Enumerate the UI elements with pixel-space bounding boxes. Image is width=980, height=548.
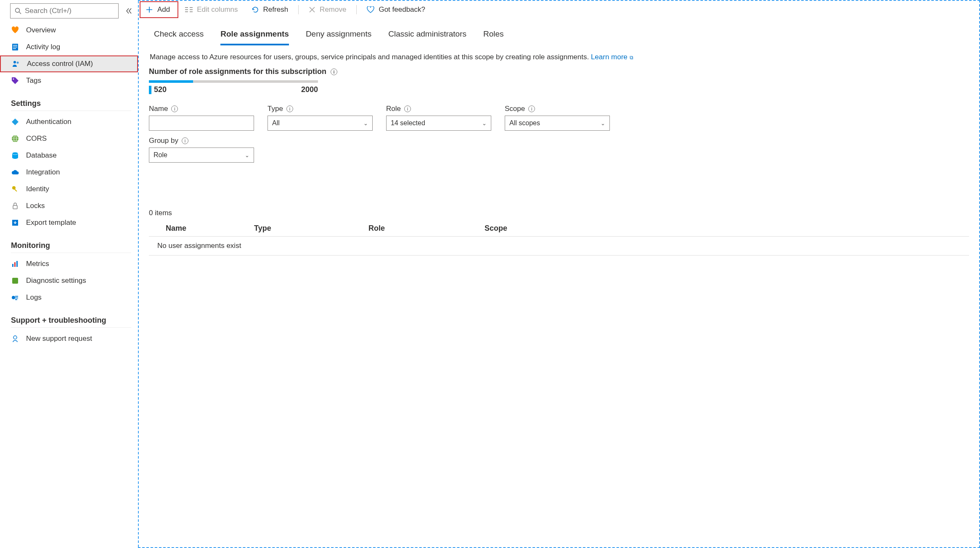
toolbar-separator [356,5,357,14]
filter-scope-label: Scope [505,105,525,113]
log-icon [11,43,19,51]
sidebar-item-locks[interactable]: Locks [0,198,138,214]
svg-rect-20 [12,278,18,284]
sidebar-item-label: CORS [26,134,47,143]
sidebar-item-metrics[interactable]: Metrics [0,256,138,272]
collapse-sidebar-button[interactable] [125,7,133,15]
info-icon[interactable]: i [171,105,178,112]
quota-progress-bar [149,80,318,83]
col-scope[interactable]: Scope [485,224,590,233]
filter-groupby-select[interactable]: Role⌄ [149,148,254,163]
sidebar-item-activity-log[interactable]: Activity log [0,39,138,55]
svg-point-6 [13,61,16,63]
chevron-down-icon: ⌄ [363,120,368,126]
sidebar-group-settings: Settings [0,99,138,108]
quota-title: Number of role assignments for this subs… [149,67,969,76]
sidebar-item-overview[interactable]: Overview [0,22,138,39]
key-icon [11,185,19,193]
svg-rect-17 [12,264,13,267]
tick-icon [149,86,151,94]
toolbar-separator [298,5,299,14]
table-header: Name Type Role Scope [149,221,969,237]
auth-icon [11,118,19,126]
lock-icon [11,202,19,210]
heart-icon [367,6,374,13]
feedback-button[interactable]: Got feedback? [360,2,432,18]
filter-type-select[interactable]: All⌄ [268,116,373,131]
external-link-icon: ⧉ [630,55,633,61]
remove-button[interactable]: Remove [302,2,353,18]
cloud-icon [11,168,19,177]
people-icon [12,60,20,68]
search-icon [15,8,21,14]
filter-name-input[interactable] [149,116,254,131]
info-icon[interactable]: i [286,105,293,112]
refresh-icon [252,6,259,13]
svg-rect-5 [13,48,16,49]
sidebar: OverviewActivity logAccess control (IAM)… [0,0,138,548]
quota-title-text: Number of role assignments for this subs… [149,67,326,76]
sidebar-item-diagnostic-settings[interactable]: Diagnostic settings [0,272,138,289]
svg-point-8 [13,79,14,80]
sidebar-item-label: Metrics [26,260,49,268]
quota-max-value: 2000 [301,85,318,94]
col-type[interactable]: Type [254,224,368,233]
svg-point-25 [13,336,17,339]
chevron-double-left-icon [125,7,133,15]
description: Manage access to Azure resources for use… [149,53,969,61]
info-icon[interactable]: i [528,105,535,112]
sidebar-item-access-control-iam-[interactable]: Access control (IAM) [0,55,138,72]
sidebar-group-support-troubleshooting: Support + troubleshooting [0,316,138,325]
col-name[interactable]: Name [149,224,254,233]
globe-icon [11,134,19,143]
sidebar-item-label: Integration [26,168,60,177]
main-content: Add Edit columns Refresh Remove Got feed… [138,0,980,548]
edit-columns-button[interactable]: Edit columns [178,2,244,18]
sidebar-item-new-support-request[interactable]: New support request [0,330,138,347]
description-text: Manage access to Azure resources for use… [150,53,589,61]
sidebar-item-database[interactable]: Database [0,147,138,164]
sidebar-item-integration[interactable]: Integration [0,164,138,181]
filter-scope-select[interactable]: All scopes⌄ [505,116,610,131]
sidebar-item-identity[interactable]: Identity [0,181,138,198]
search-box[interactable] [10,3,119,18]
toolbar: Add Edit columns Refresh Remove Got feed… [139,1,979,18]
col-role[interactable]: Role [368,224,485,233]
remove-label: Remove [320,5,346,14]
filter-role-label: Role [386,105,401,113]
sidebar-item-label: Database [26,151,57,160]
info-icon[interactable]: i [404,105,411,112]
sidebar-item-tags[interactable]: Tags [0,72,138,89]
refresh-button[interactable]: Refresh [245,2,295,18]
filter-role: Rolei 14 selected⌄ [386,105,491,163]
add-button[interactable]: Add [140,1,178,18]
tab-classic-administrators[interactable]: Classic administrators [388,25,466,45]
search-input[interactable] [21,7,114,15]
sidebar-item-label: Authentication [26,118,72,126]
info-icon[interactable]: i [182,137,188,144]
filter-type-value: All [272,119,280,127]
svg-rect-19 [16,261,18,267]
add-label: Add [157,5,170,14]
tab-deny-assignments[interactable]: Deny assignments [306,25,371,45]
tab-roles[interactable]: Roles [483,25,504,45]
sidebar-item-authentication[interactable]: Authentication [0,113,138,130]
feedback-label: Got feedback? [379,5,425,14]
sidebar-item-cors[interactable]: CORS [0,130,138,147]
chevron-down-icon: ⌄ [482,120,487,126]
x-icon [309,6,315,13]
info-icon[interactable]: i [331,68,337,75]
svg-rect-14 [14,189,17,192]
tab-role-assignments[interactable]: Role assignments [220,25,289,45]
sidebar-item-export-template[interactable]: Export template [0,214,138,231]
edit-columns-label: Edit columns [197,5,238,14]
heart-icon [11,26,19,34]
learn-more-link[interactable]: Learn more ⧉ [591,53,633,61]
svg-rect-18 [14,262,16,267]
sidebar-item-logs[interactable]: Logs [0,289,138,306]
plus-icon [146,6,153,13]
tab-check-access[interactable]: Check access [154,25,204,45]
filter-role-select[interactable]: 14 selected⌄ [386,116,491,131]
chart-icon [11,260,19,268]
quota-progress-fill [149,80,193,83]
